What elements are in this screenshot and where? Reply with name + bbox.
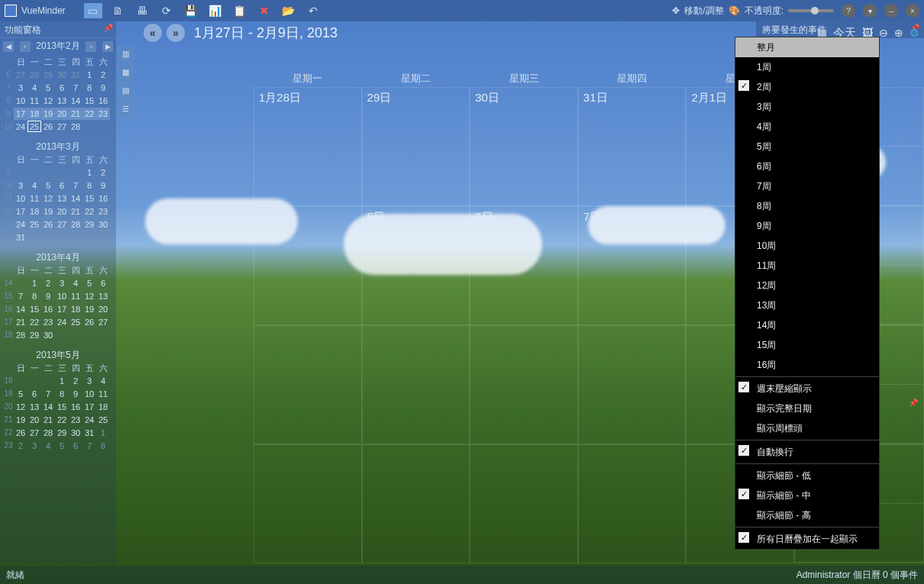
mini-day[interactable]: 27 [14, 69, 27, 81]
mini-day[interactable]: 9 [96, 179, 110, 192]
menu-item[interactable]: 11周 [735, 256, 879, 276]
mini-day[interactable]: 1 [82, 69, 96, 81]
mini-day[interactable]: 31 [14, 231, 27, 244]
mini-day[interactable]: 9 [41, 290, 55, 302]
mini-day[interactable]: 15 [27, 303, 41, 315]
mini-day[interactable]: 18 [69, 303, 82, 315]
mini-day[interactable]: 10 [14, 95, 27, 107]
mini-day[interactable]: 17 [55, 303, 69, 315]
mini-day[interactable]: 27 [55, 218, 69, 231]
mini-day[interactable]: 28 [41, 427, 55, 439]
mini-day[interactable]: 16 [41, 303, 55, 315]
menu-item[interactable]: ✓自動換行 [735, 442, 879, 462]
mini-day[interactable]: 26 [41, 121, 55, 133]
menu-item[interactable]: 5周 [735, 137, 879, 156]
mini-day[interactable]: 31 [82, 427, 96, 439]
menu-item[interactable]: 顯示細節 - 低 [735, 466, 879, 486]
save-icon[interactable]: 💾 [182, 3, 200, 18]
mini-day[interactable]: 8 [82, 82, 96, 94]
calendar-cell[interactable] [470, 325, 578, 444]
menu-item[interactable]: 16周 [735, 355, 879, 375]
open-icon[interactable]: 📂 [279, 3, 298, 18]
export-icon[interactable]: 📊 [206, 3, 225, 18]
mini-day[interactable]: 28 [69, 218, 82, 231]
menu-item[interactable]: 15周 [735, 335, 879, 355]
mini-day[interactable]: 17 [82, 401, 96, 413]
mini-day[interactable]: 8 [82, 179, 96, 192]
mini-day[interactable]: 3 [82, 375, 96, 387]
mini-day[interactable]: 16 [96, 95, 110, 107]
mini-day[interactable]: 30 [96, 218, 110, 231]
mini-day[interactable]: 5 [55, 440, 69, 452]
mini-day[interactable]: 24 [55, 316, 69, 328]
mini-day[interactable]: 14 [69, 95, 82, 107]
calendar-cell[interactable] [254, 325, 362, 444]
menu-item[interactable]: 14周 [735, 315, 879, 335]
view-day-icon[interactable]: ▥ [117, 45, 134, 62]
menu-item[interactable]: 8周 [735, 196, 879, 216]
mini-day[interactable]: 26 [41, 218, 55, 231]
mini-day[interactable]: 13 [55, 95, 69, 107]
mini-day[interactable]: 21 [14, 316, 27, 328]
calendar-cell[interactable]: 29日 [362, 87, 470, 206]
menu-item[interactable]: 3周 [735, 97, 879, 117]
mini-day[interactable]: 25 [69, 316, 82, 328]
mini-day[interactable]: 5 [82, 277, 96, 289]
mini-day[interactable]: 23 [96, 108, 110, 120]
mini-day[interactable]: 31 [69, 69, 82, 81]
mini-day[interactable]: 18 [96, 401, 110, 413]
mini-day[interactable]: 29 [82, 218, 96, 231]
mini-day[interactable]: 8 [27, 290, 41, 302]
delete-icon[interactable]: ✖ [255, 3, 273, 18]
menu-item[interactable]: 13周 [735, 295, 879, 315]
mini-day[interactable]: 12 [82, 290, 96, 302]
mini-day[interactable]: 26 [82, 316, 96, 328]
mini-day[interactable]: 22 [82, 108, 96, 120]
mini-day[interactable]: 4 [96, 375, 110, 387]
calendar-cell[interactable]: 7日 [578, 206, 687, 325]
menu-item[interactable]: 10周 [735, 236, 879, 256]
mini-day[interactable]: 19 [41, 108, 55, 120]
mini-day[interactable]: 24 [14, 121, 27, 133]
mini-day[interactable]: 11 [69, 290, 82, 302]
mini-day[interactable]: 5 [14, 388, 27, 400]
calendar-cell[interactable]: 1月28日 [254, 87, 362, 206]
mini-day[interactable]: 28 [14, 329, 27, 341]
mini-day[interactable]: 27 [27, 427, 41, 439]
mini-day[interactable]: 2 [96, 69, 110, 81]
note-icon[interactable]: ▭ [84, 3, 102, 18]
mini-day[interactable]: 9 [69, 388, 82, 400]
mini-day[interactable]: 25 [27, 121, 41, 132]
pin-icon[interactable]: 📌 [104, 24, 113, 32]
view-month-icon[interactable]: ▤ [117, 82, 134, 98]
mini-day[interactable]: 2 [41, 277, 55, 289]
zoom-in-icon[interactable]: ⊕ [894, 27, 903, 39]
mini-day[interactable]: 3 [27, 440, 41, 452]
menu-item[interactable]: 整月 [735, 37, 879, 57]
mini-day[interactable]: 20 [96, 303, 110, 315]
mini-day[interactable]: 13 [55, 192, 69, 205]
mini-day[interactable]: 22 [82, 205, 96, 218]
undo-icon[interactable]: ↶ [304, 3, 322, 18]
menu-item[interactable]: ✓所有日曆疊加在一起顯示 [735, 529, 879, 549]
mini-day[interactable]: 7 [69, 82, 82, 94]
mini-day[interactable]: 21 [69, 108, 82, 120]
mini-day[interactable]: 6 [27, 388, 41, 400]
mini-day[interactable]: 15 [55, 401, 69, 413]
mini-day[interactable]: 17 [14, 205, 27, 218]
minimize-button[interactable]: – [884, 4, 898, 18]
mini-day[interactable]: 13 [96, 290, 110, 302]
mini-day[interactable]: 23 [41, 316, 55, 328]
palette-icon[interactable]: 🎨 [729, 5, 740, 16]
print-icon[interactable]: 🖶 [133, 3, 151, 18]
mini-day[interactable]: 1 [96, 427, 110, 439]
refresh-icon[interactable]: ⟳ [157, 3, 176, 18]
calendar-cell[interactable]: 6日 [470, 206, 578, 325]
mini-day[interactable]: 19 [14, 414, 27, 426]
mini-day[interactable]: 7 [69, 179, 82, 192]
mini-day[interactable]: 7 [82, 440, 96, 452]
settings-gear-icon[interactable]: ⚙ [909, 27, 919, 39]
menu-item[interactable]: 7周 [735, 176, 879, 196]
mini-day[interactable]: 25 [96, 414, 110, 426]
prev-year-button[interactable]: ◀ [3, 41, 14, 52]
